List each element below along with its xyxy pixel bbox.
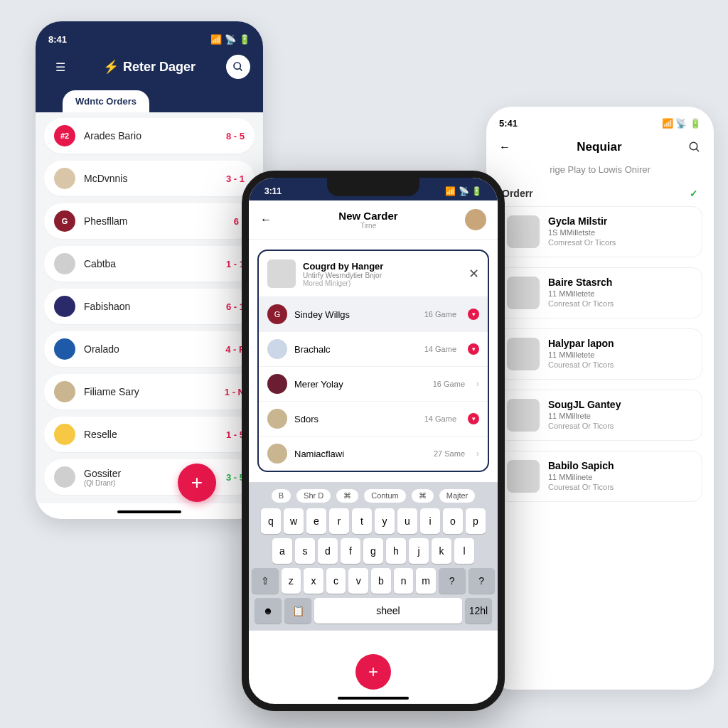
team-name: Fabishaon	[84, 301, 226, 312]
tab-orders[interactable]: Wdntc Orders	[63, 90, 149, 112]
back-icon[interactable]: ←	[260, 213, 272, 226]
list-item[interactable]: Filiame Sary 1 - N	[44, 374, 255, 410]
avatar	[507, 338, 540, 370]
option-row[interactable]: Sdors 14 Game ▾	[259, 402, 488, 437]
status-icons: 📶📡🔋	[208, 34, 250, 45]
avatar[interactable]	[465, 209, 486, 230]
key-u[interactable]: u	[397, 508, 417, 534]
header-title-block: New Carder Tirne	[272, 210, 465, 230]
key-k[interactable]: k	[432, 538, 451, 564]
key-l[interactable]: l	[454, 538, 474, 564]
key-c[interactable]: c	[326, 568, 346, 594]
score: 3 - 1	[226, 173, 245, 184]
option-row[interactable]: Merer Yolay 16 Game ›	[259, 367, 488, 402]
option-icon	[267, 409, 287, 429]
player-card[interactable]: SougJL Gantey 11 MMillrete Conresat Or T…	[498, 390, 702, 441]
key-j[interactable]: j	[409, 538, 429, 564]
key-d[interactable]: d	[318, 538, 338, 564]
back-icon[interactable]: ←	[499, 141, 510, 154]
key-o[interactable]: o	[443, 508, 463, 534]
player-card[interactable]: Halypar lapon 11 MMilletete Couresat Or …	[498, 328, 702, 380]
list-item[interactable]: Fabishaon 6 - 1	[44, 289, 255, 324]
option-icon	[267, 444, 287, 464]
key-m[interactable]: m	[416, 568, 436, 594]
team-badge: G	[54, 210, 75, 232]
key-question[interactable]: ?	[439, 568, 466, 594]
player-list[interactable]: Gycla Milstir 1S MMilletste Comresat Or …	[486, 206, 714, 502]
svg-line-3	[696, 149, 699, 151]
orders-list[interactable]: #2 Arades Bario 8 - 5 McDvnnis 3 - 1G Ph…	[36, 112, 263, 503]
key-b[interactable]: b	[371, 568, 391, 594]
key-x[interactable]: x	[304, 568, 323, 594]
option-meta: 16 Game	[433, 380, 465, 388]
key-p[interactable]: p	[466, 508, 486, 534]
list-item[interactable]: Oralado 4 - F	[44, 331, 255, 367]
option-row[interactable]: Brachalc 14 Game ▾	[259, 332, 488, 367]
player-card[interactable]: Gycla Milstir 1S MMilletste Comresat Or …	[498, 206, 702, 257]
suggestion[interactable]: Majter	[439, 489, 476, 503]
key-r[interactable]: r	[329, 508, 349, 534]
list-item[interactable]: McDvnnis 3 - 1	[44, 161, 255, 196]
key-e[interactable]: e	[306, 508, 326, 534]
key-a[interactable]: a	[272, 538, 292, 564]
search-icon[interactable]	[688, 141, 701, 154]
key-space[interactable]: sheel	[314, 598, 462, 623]
player-name: Babilo Sapich	[548, 460, 614, 471]
search-icon[interactable]	[226, 55, 250, 79]
keyboard-row-1: qwertyuiop	[252, 508, 495, 534]
team-name: Oralado	[84, 343, 225, 355]
header-sub: Tirne	[272, 222, 465, 230]
key-shift[interactable]: ⇧	[252, 568, 279, 594]
player-meta1: 1S MMilletste	[548, 228, 616, 237]
team-badge	[54, 338, 75, 360]
key-emoji[interactable]: ☻	[255, 598, 282, 623]
team-badge	[54, 424, 75, 445]
add-button[interactable]: +	[178, 464, 216, 502]
key-h[interactable]: h	[386, 538, 406, 564]
player-card[interactable]: Babilo Sapich 11 MMilinete Couresat Or T…	[498, 451, 702, 502]
keyboard-suggestions[interactable]: BShr D⌘Contum⌘Majter	[252, 486, 495, 508]
close-icon[interactable]: ✕	[469, 266, 479, 282]
list-item[interactable]: #2 Arades Bario 8 - 5	[44, 118, 255, 154]
key-s[interactable]: s	[295, 538, 315, 564]
key-num[interactable]: 12hl	[465, 598, 492, 623]
key-i[interactable]: i	[420, 508, 440, 534]
key-question2[interactable]: ?	[469, 568, 496, 594]
avatar	[507, 215, 540, 248]
page-title: ⚡ Reter Dager	[103, 59, 196, 75]
svg-point-0	[234, 63, 240, 69]
key-q[interactable]: q	[261, 508, 281, 534]
menu-icon[interactable]: ☰	[48, 55, 73, 79]
key-f[interactable]: f	[341, 538, 360, 564]
list-item[interactable]: G Phesfllam 6 -	[44, 203, 255, 239]
keyboard-row-2: asdfghjkl	[252, 538, 495, 564]
player-info: SougJL Gantey 11 MMillrete Conresat Or T…	[548, 399, 621, 432]
suggestion[interactable]: B	[272, 489, 291, 503]
key-y[interactable]: y	[375, 508, 395, 534]
list-item[interactable]: Gossiter(Ql Dranr) 3 - 5	[44, 459, 255, 495]
chevron-right-icon: ›	[476, 379, 479, 389]
option-row[interactable]: G Sindey Willgs 16 Game ▾	[259, 297, 488, 332]
key-n[interactable]: n	[394, 568, 414, 594]
option-row[interactable]: Namiacflawi 27 Same ›	[259, 437, 488, 471]
home-indicator	[338, 697, 409, 700]
list-item[interactable]: Cabtba 1 - 1	[44, 246, 255, 282]
suggestion[interactable]: ⌘	[336, 489, 358, 503]
key-t[interactable]: t	[352, 508, 372, 534]
key-clip[interactable]: 📋	[284, 598, 311, 623]
dot-icon: ▾	[468, 413, 479, 424]
suggestion[interactable]: ⌘	[412, 489, 434, 503]
suggestion[interactable]: Contum	[364, 489, 406, 503]
player-card[interactable]: Baire Stasrch 11 MMilletete Conresat Or …	[498, 267, 702, 318]
list-item[interactable]: Reselle 1 - 5	[44, 417, 255, 452]
key-w[interactable]: w	[284, 508, 304, 534]
option-name: Sdors	[294, 414, 417, 424]
key-v[interactable]: v	[348, 568, 368, 594]
key-z[interactable]: z	[282, 568, 301, 594]
chevron-right-icon: ›	[476, 449, 479, 459]
add-button[interactable]: +	[355, 654, 391, 690]
key-g[interactable]: g	[363, 538, 383, 564]
suggestion[interactable]: Shr D	[296, 489, 331, 503]
option-icon	[267, 339, 287, 359]
avatar	[507, 460, 540, 493]
